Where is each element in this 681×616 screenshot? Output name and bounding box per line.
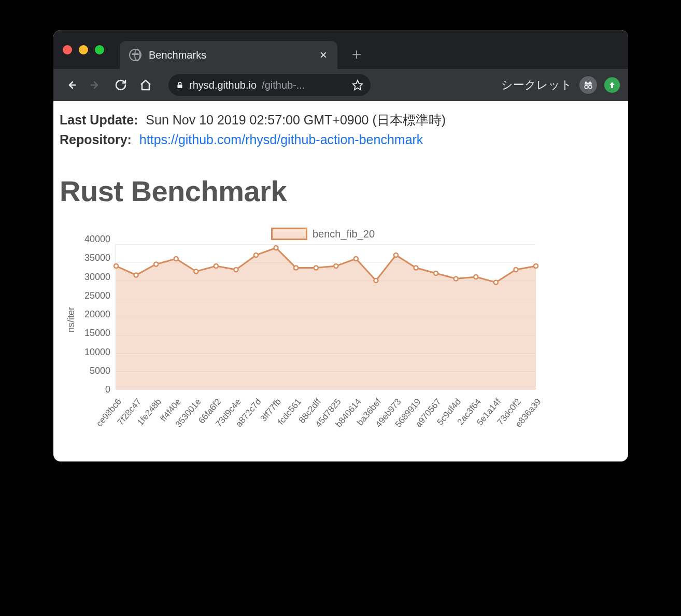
svg-point-14 [254,253,258,257]
svg-rect-2 [177,85,182,88]
x-axis-ticks: ce98bc67f28c471fe248bff4f40e353001e66fa6… [116,395,535,435]
repository-label: Repository: [60,132,132,147]
close-tab-button[interactable]: × [320,48,327,62]
svg-point-11 [194,270,198,274]
svg-point-9 [154,262,158,267]
incognito-icon[interactable] [579,76,597,94]
svg-point-24 [454,277,458,281]
back-button[interactable] [62,76,80,94]
browser-toolbar: rhysd.github.io /github-... シークレット [53,69,628,101]
y-axis-ticks: 4000035000300002500020000150001000050000 [78,239,116,389]
new-tab-button[interactable]: ＋ [349,44,364,65]
benchmark-chart: bench_fib_20 ns/iter 4000035000300002500… [64,228,582,461]
svg-point-10 [174,257,178,261]
svg-point-25 [474,275,478,279]
forward-button[interactable] [87,76,105,94]
repository-row: Repository: https://github.com/rhysd/git… [60,130,622,150]
svg-point-28 [534,264,538,268]
legend-swatch [271,228,307,240]
svg-point-4 [585,85,588,88]
tab-title: Benchmarks [149,49,313,61]
svg-point-15 [274,246,278,250]
page-content: Last Update: Sun Nov 10 2019 02:57:00 GM… [53,101,628,461]
svg-marker-3 [353,80,362,90]
svg-point-18 [334,264,338,268]
last-update-row: Last Update: Sun Nov 10 2019 02:57:00 GM… [60,110,622,130]
browser-window: Benchmarks × ＋ rhysd.github.io /github-.… [53,30,628,461]
y-axis-label: ns/iter [64,244,78,395]
legend-label: bench_fib_20 [313,228,375,240]
maximize-window-button[interactable] [95,45,104,54]
svg-point-22 [414,266,418,270]
svg-point-12 [214,264,218,268]
incognito-label: シークレット [501,77,572,93]
url-host: rhysd.github.io [189,79,257,91]
svg-point-26 [494,281,498,285]
svg-point-13 [234,268,238,272]
url-path: /github-... [262,79,347,91]
svg-point-23 [434,271,438,275]
browser-tab[interactable]: Benchmarks × [120,41,337,69]
svg-point-16 [294,266,298,270]
window-controls [63,45,104,54]
titlebar: Benchmarks × ＋ [53,30,628,69]
bookmark-star-icon[interactable] [352,79,363,91]
svg-point-19 [354,257,358,261]
last-update-value: Sun Nov 10 2019 02:57:00 GMT+0900 (日本標準時… [146,113,446,127]
reload-button[interactable] [111,76,130,94]
minimize-window-button[interactable] [79,45,88,54]
repository-link[interactable]: https://github.com/rhysd/github-action-b… [139,132,423,147]
address-bar[interactable]: rhysd.github.io /github-... [168,74,371,96]
lock-icon [176,81,184,89]
update-available-icon[interactable] [604,77,620,93]
svg-point-20 [374,278,378,283]
last-update-label: Last Update: [60,113,138,127]
svg-point-17 [314,266,318,270]
globe-icon [129,49,141,61]
svg-point-7 [114,264,118,268]
close-window-button[interactable] [63,45,72,54]
svg-point-27 [514,268,518,272]
home-button[interactable] [136,76,155,94]
chart-legend[interactable]: bench_fib_20 [64,228,582,240]
page-title: Rust Benchmark [60,174,622,208]
chart-plot-area[interactable] [116,244,535,389]
svg-point-5 [588,85,591,88]
svg-point-21 [394,253,398,257]
svg-point-8 [134,273,138,277]
